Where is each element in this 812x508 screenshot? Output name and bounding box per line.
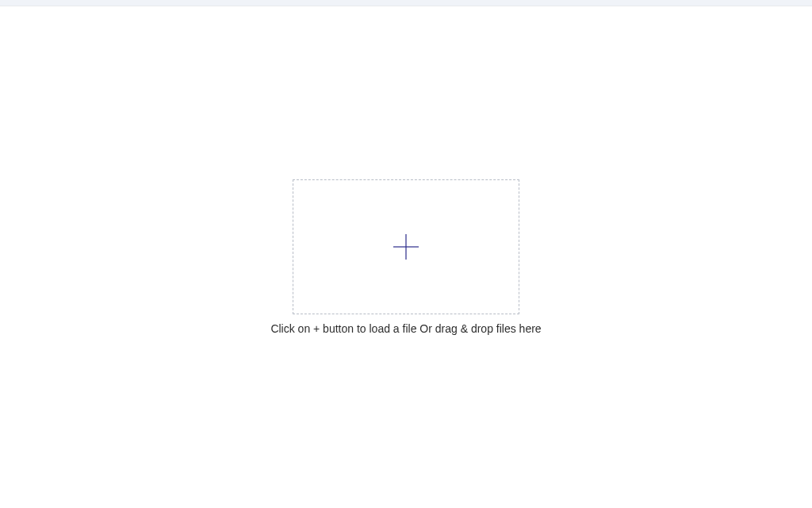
file-dropzone[interactable] bbox=[293, 179, 519, 314]
main-content: Click on + button to load a file Or drag… bbox=[0, 6, 812, 508]
upload-hint-text: Click on + button to load a file Or drag… bbox=[270, 322, 541, 335]
upload-container: Click on + button to load a file Or drag… bbox=[270, 179, 541, 335]
plus-icon bbox=[393, 233, 419, 260]
top-bar bbox=[0, 0, 812, 6]
